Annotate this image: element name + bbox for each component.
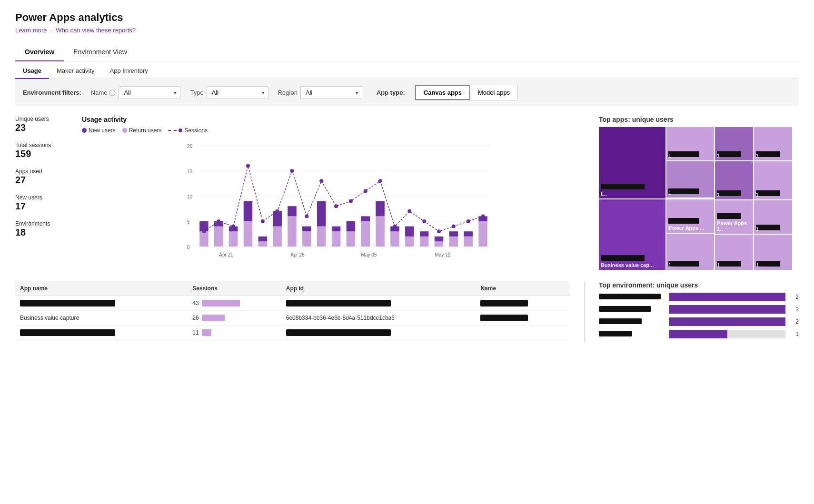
svg-rect-35 <box>376 216 385 247</box>
subtab-app-inventory[interactable]: App Inventory <box>102 63 156 79</box>
redacted-bar <box>756 190 780 196</box>
svg-text:20: 20 <box>187 144 193 149</box>
new-users-value: 17 <box>15 201 72 212</box>
svg-rect-27 <box>317 227 326 247</box>
svg-rect-44 <box>435 237 444 242</box>
who-can-view-link[interactable]: Who can view these reports? <box>56 27 136 34</box>
env-bar-track <box>669 317 785 326</box>
svg-rect-37 <box>390 231 399 247</box>
chart-area: 20 15 10 5 0 <box>82 138 589 257</box>
tab-overview[interactable]: Overview <box>15 43 64 61</box>
treemap-cell: Power Apps ...1 <box>666 199 714 233</box>
env-bar-value: 2 <box>789 318 799 325</box>
col-app-name: App name <box>15 281 188 296</box>
svg-rect-45 <box>449 237 458 247</box>
treemap-cell-value: 2 <box>601 191 604 197</box>
cell-app-id <box>281 326 476 340</box>
svg-rect-29 <box>332 231 341 247</box>
treemap-cell-value: 1 <box>756 226 759 232</box>
name-select[interactable]: All <box>119 86 180 99</box>
cell-app-name <box>15 296 188 311</box>
svg-rect-26 <box>302 227 311 232</box>
svg-rect-43 <box>435 241 444 247</box>
type-select-wrapper: All <box>207 86 268 99</box>
svg-rect-49 <box>478 221 487 247</box>
region-select[interactable]: All <box>300 86 362 99</box>
link-separator: · <box>50 27 52 34</box>
filter-bar-label: Environment filters: <box>23 89 81 96</box>
treemap-panel: Top apps: unique users f...21111Business… <box>599 116 799 270</box>
svg-rect-46 <box>449 231 458 237</box>
treemap-cell-value: 1 <box>668 153 671 158</box>
svg-point-51 <box>202 229 206 233</box>
treemap-cell: 1 <box>754 200 792 234</box>
model-apps-button[interactable]: Model apps <box>470 85 517 100</box>
svg-rect-19 <box>258 241 268 247</box>
svg-text:0: 0 <box>187 245 190 250</box>
canvas-apps-button[interactable]: Canvas apps <box>415 85 470 100</box>
svg-point-65 <box>407 209 411 213</box>
region-select-wrapper: All <box>300 86 362 99</box>
svg-rect-42 <box>420 231 429 237</box>
apps-used-stat: Apps used 27 <box>15 168 72 186</box>
tab-environment-view[interactable]: Environment View <box>64 43 137 61</box>
svg-rect-21 <box>273 227 282 247</box>
type-filter-group: Type All <box>190 86 268 99</box>
treemap-cell-value: 1 <box>756 262 759 268</box>
page-links: Learn more · Who can view these reports? <box>15 27 799 34</box>
type-select[interactable]: All <box>207 86 268 99</box>
svg-rect-41 <box>420 237 429 247</box>
redacted-bar <box>668 261 699 267</box>
sessions-bar <box>202 329 211 336</box>
env-bars: 2 2 2 1 <box>599 293 799 338</box>
col-sessions[interactable]: Sessions <box>188 281 281 296</box>
redacted-bar <box>601 255 645 261</box>
learn-more-link[interactable]: Learn more <box>15 27 47 34</box>
env-bar-track <box>669 330 785 338</box>
cell-app-id <box>281 296 476 311</box>
svg-point-63 <box>378 179 382 183</box>
legend-label-return-users: Return users <box>129 127 162 134</box>
total-sessions-value: 159 <box>15 148 72 159</box>
cell-sessions: 11 <box>188 326 281 340</box>
svg-point-57 <box>290 169 294 173</box>
treemap-cell-value: 1 <box>717 192 720 198</box>
env-bar-fill <box>669 293 785 301</box>
app-type-toggle: Canvas apps Model apps <box>415 85 518 100</box>
treemap-cell: 1 <box>666 127 714 160</box>
legend-return-users: Return users <box>122 127 162 134</box>
env-bar-track <box>669 293 785 301</box>
svg-point-53 <box>231 225 235 228</box>
treemap-cell: 1 <box>666 161 714 198</box>
svg-rect-31 <box>347 231 356 247</box>
env-bar-row: 2 <box>599 305 799 314</box>
svg-rect-36 <box>376 201 385 217</box>
legend-line-sessions <box>168 130 177 131</box>
env-bar-track <box>669 305 785 314</box>
apps-table: App name Sessions App id Name 43 <box>15 281 570 340</box>
treemap-cell-label: Power Apps ... <box>717 220 751 232</box>
legend-dot-new-users <box>82 128 87 133</box>
env-bar-value: 2 <box>789 306 799 313</box>
subtab-maker-activity[interactable]: Maker activity <box>49 63 102 79</box>
chart-legend: New users Return users Sessions <box>82 127 589 134</box>
sessions-bar <box>202 315 225 321</box>
table-row: Business value capture 26 6e08b334-bb36-… <box>15 311 570 326</box>
svg-rect-11 <box>199 231 208 247</box>
bottom-section: App name Sessions App id Name 43 <box>15 281 799 342</box>
cell-app-name: Business value capture <box>15 311 188 326</box>
environments-value: 18 <box>15 227 72 238</box>
svg-text:15: 15 <box>187 169 193 174</box>
legend-dot-sessions <box>179 128 182 132</box>
treemap-cell-value: 1 <box>717 262 720 268</box>
legend-label-new-users: New users <box>89 127 116 134</box>
svg-rect-30 <box>332 227 341 232</box>
treemap-cell-label: Business value cap... <box>601 262 664 268</box>
svg-text:Apr 28: Apr 28 <box>290 252 305 257</box>
svg-rect-18 <box>244 201 253 221</box>
svg-point-56 <box>276 209 279 213</box>
subtab-usage[interactable]: Usage <box>15 63 49 79</box>
main-content: Unique users 23 Total sessions 159 Apps … <box>15 116 799 270</box>
vertical-divider <box>584 281 585 342</box>
col-app-id: App id <box>281 281 476 296</box>
